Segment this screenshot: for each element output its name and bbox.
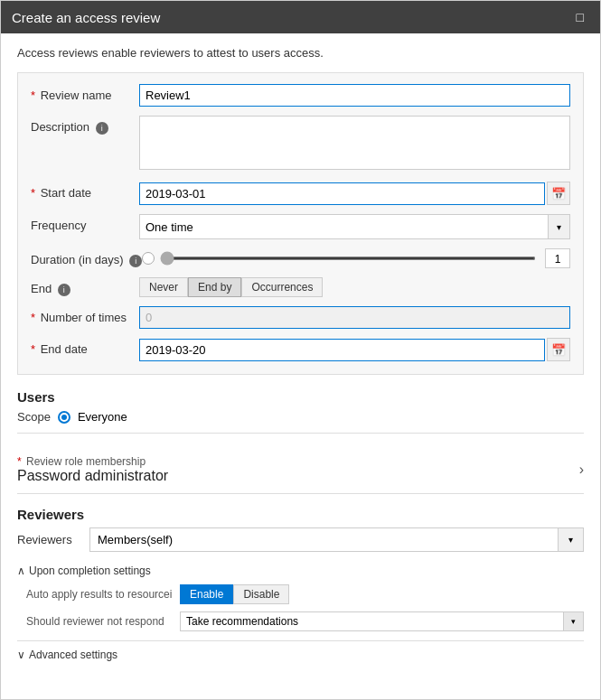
end-date-required: * <box>31 342 35 356</box>
reviewers-select-caret: ▾ <box>558 528 583 551</box>
not-respond-select[interactable]: Take recommendations Auto approve Auto d… <box>181 612 563 630</box>
reviewers-row: Reviewers Members(self) Selected users ▾ <box>17 527 584 552</box>
end-by-button[interactable]: End by <box>188 277 241 297</box>
duration-slider-wrap <box>160 257 536 260</box>
review-name-row: * Review name <box>31 84 570 107</box>
review-role-label: * Review role membership <box>17 455 168 468</box>
number-required: * <box>31 311 35 324</box>
duration-value: 1 <box>545 248 570 268</box>
frequency-select-wrap: One time Weekly Monthly Quarterly Annual… <box>139 214 570 239</box>
end-occurrences-button[interactable]: Occurrences <box>241 277 323 297</box>
review-role-content: * Review role membership Password admini… <box>17 455 168 484</box>
number-of-times-label: * Number of times <box>31 306 139 324</box>
frequency-row: Frequency One time Weekly Monthly Quarte… <box>31 214 570 239</box>
not-respond-label: Should reviewer not respond <box>26 615 180 628</box>
review-role-chevron-icon: › <box>579 462 584 478</box>
frequency-select[interactable]: One time Weekly Monthly Quarterly Annual… <box>140 217 548 238</box>
start-date-label: * Start date <box>31 182 139 200</box>
scope-radio[interactable] <box>58 411 70 424</box>
completion-label: Upon completion settings <box>29 565 151 577</box>
review-name-control <box>139 84 570 107</box>
auto-apply-btns: Enable Disable <box>180 584 289 604</box>
frequency-label: Frequency <box>31 214 139 232</box>
auto-apply-label: Auto apply results to resource i <box>26 588 180 601</box>
disable-button[interactable]: Disable <box>233 584 289 604</box>
duration-row-inner: 1 <box>142 248 570 268</box>
end-date-wrap: 📅 <box>139 338 570 361</box>
start-date-required: * <box>31 186 35 200</box>
scope-value: Everyone <box>78 410 127 424</box>
auto-apply-info-icon[interactable]: i <box>170 588 173 601</box>
description-control <box>139 116 570 173</box>
end-date-control: 📅 <box>139 338 570 361</box>
advanced-chevron-down-icon: ∨ <box>17 649 25 661</box>
intro-text: Access reviews enable reviewers to attes… <box>17 46 584 60</box>
review-name-input[interactable] <box>139 84 570 107</box>
frequency-select-caret: ▾ <box>548 215 569 238</box>
start-date-row: * Start date 📅 <box>31 182 570 205</box>
description-info-icon[interactable]: i <box>96 122 108 135</box>
dialog-body: Access reviews enable reviewers to attes… <box>1 33 600 674</box>
end-row: End i Never End by Occurrences <box>31 277 570 297</box>
duration-row: Duration (in days) i 1 <box>31 248 570 268</box>
number-of-times-row: * Number of times <box>31 306 570 329</box>
duration-radio[interactable] <box>142 252 155 265</box>
minimize-button[interactable]: □ <box>571 8 589 26</box>
completion-chevron-up-icon: ∧ <box>17 565 25 577</box>
review-role-value: Password administrator <box>17 468 168 484</box>
completion-toggle[interactable]: ∧ Upon completion settings <box>17 565 584 577</box>
end-date-input[interactable] <box>139 339 545 361</box>
form-section: * Review name Description i <box>17 72 584 375</box>
not-respond-caret: ▾ <box>563 612 583 630</box>
review-role-required: * <box>17 455 22 468</box>
reviewers-section: Reviewers Reviewers Members(self) Select… <box>17 507 584 552</box>
reviewers-heading: Reviewers <box>17 507 584 522</box>
review-name-required: * <box>31 89 35 102</box>
reviewers-label: Reviewers <box>17 533 89 546</box>
not-respond-row: Should reviewer not respond Take recomme… <box>17 611 584 631</box>
users-heading: Users <box>17 389 584 405</box>
completion-section: ∧ Upon completion settings Auto apply re… <box>17 565 584 631</box>
not-respond-select-wrap: Take recommendations Auto approve Auto d… <box>180 611 584 631</box>
end-buttons-group: Never End by Occurrences <box>139 277 570 297</box>
scope-row: Scope Everyone <box>17 410 584 434</box>
description-label: Description i <box>31 116 139 135</box>
number-of-times-control <box>139 306 570 329</box>
number-of-times-input[interactable] <box>139 306 570 329</box>
enable-button[interactable]: Enable <box>180 584 233 604</box>
scope-label: Scope <box>17 410 51 424</box>
auto-apply-row: Auto apply results to resource i Enable … <box>17 584 584 604</box>
duration-info-icon[interactable]: i <box>129 255 142 267</box>
advanced-toggle[interactable]: ∨ Advanced settings <box>17 649 584 661</box>
duration-control: 1 <box>142 248 570 268</box>
users-section: Users Scope Everyone <box>17 389 584 434</box>
end-date-label: * End date <box>31 338 139 356</box>
description-row: Description i <box>31 116 570 173</box>
end-never-button[interactable]: Never <box>139 277 188 297</box>
duration-slider[interactable] <box>160 257 536 260</box>
reviewers-select[interactable]: Members(self) Selected users <box>90 528 558 551</box>
end-date-calendar-icon[interactable]: 📅 <box>547 338 570 361</box>
titlebar-controls: □ <box>571 8 589 26</box>
create-access-review-dialog: Create an access review □ Access reviews… <box>0 0 601 700</box>
advanced-section: ∨ Advanced settings <box>17 640 584 661</box>
start-date-control: 📅 <box>139 182 570 205</box>
frequency-control: One time Weekly Monthly Quarterly Annual… <box>139 214 570 239</box>
duration-label: Duration (in days) i <box>31 248 142 267</box>
end-date-row: * End date 📅 <box>31 338 570 361</box>
review-role-row[interactable]: * Review role membership Password admini… <box>17 446 584 494</box>
start-date-input[interactable] <box>139 182 545 205</box>
end-control: Never End by Occurrences <box>139 277 570 297</box>
start-date-calendar-icon[interactable]: 📅 <box>547 182 570 205</box>
end-info-icon[interactable]: i <box>58 284 70 296</box>
description-input[interactable] <box>139 116 570 170</box>
reviewers-select-wrap: Members(self) Selected users ▾ <box>89 527 584 552</box>
start-date-wrap: 📅 <box>139 182 570 205</box>
dialog-title: Create an access review <box>12 10 160 25</box>
advanced-label: Advanced settings <box>29 649 117 661</box>
dialog-titlebar: Create an access review □ <box>1 1 600 33</box>
end-label: End i <box>31 277 139 296</box>
review-name-label: * Review name <box>31 84 139 102</box>
